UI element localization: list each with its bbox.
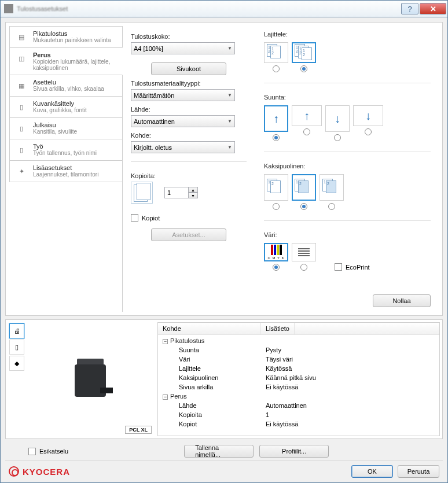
orientation-landscape[interactable]: ↑ [292, 105, 322, 141]
radio-icon [365, 128, 372, 135]
profiles-button[interactable]: Profiilit... [259, 445, 329, 458]
view-page-icon[interactable]: ▯ [9, 340, 24, 355]
sidebar-label: Kuvankäsittely [33, 100, 87, 107]
imaging-icon: ▯ [14, 100, 28, 114]
radio-icon [303, 128, 310, 135]
sidebar-sublabel: Työn tallennus, työn nimi [33, 150, 97, 156]
sidebar-sublabel: Kuva, grafiikka, fontit [33, 107, 87, 113]
media-type-label: Tulostusmateriaalityyppi: [131, 80, 247, 87]
table-row[interactable]: −Pikatulostus [158, 336, 439, 345]
lower-panel: 🖨 ▯ ◆ PCL XL Kohde Lisätieto −Pikatulost… [5, 319, 443, 439]
orientation-portrait-rot[interactable]: ↓ [325, 105, 350, 141]
sidebar-sublabel: Laajennukset, tilamonitori [33, 171, 98, 178]
table-row[interactable]: LähdeAutomaattinen [158, 401, 439, 410]
destination-dropdown[interactable]: Kirjoitt. oletus [131, 141, 235, 153]
copies-up[interactable]: ▲ [189, 187, 198, 193]
ecoprint-checkbox[interactable] [335, 263, 342, 271]
titlebar: Tulostusasetukset ? ✕ [0, 0, 448, 17]
cancel-button[interactable]: Peruuta [398, 465, 439, 478]
basic-icon: ◫ [14, 51, 28, 65]
table-row[interactable]: Sivua arkillaEi käytössä [158, 382, 439, 392]
pcl-badge: PCL XL [125, 426, 152, 434]
print-size-label: Tulostuskoko: [131, 33, 247, 40]
collate-settings-button[interactable]: Asetukset... [151, 228, 226, 241]
sidebar-sublabel: Sivua arkilla, vihko, skaalaa [33, 86, 104, 92]
sidebar-label: Työ [33, 143, 97, 150]
radio-icon [328, 203, 335, 210]
table-row[interactable]: SuuntaPysty [158, 345, 439, 355]
summary-body[interactable]: −PikatulostusSuuntaPystyVäriTäysi väriLa… [158, 335, 439, 436]
sidebar-sublabel: Kansitila, sivuliite [33, 128, 77, 135]
sidebar-label: Pikatulostus [33, 30, 111, 37]
orientation-landscape-rot[interactable]: ↓ [353, 105, 383, 141]
copies-input[interactable] [164, 187, 189, 198]
job-icon: ▯ [14, 143, 28, 157]
media-type-dropdown[interactable]: Määrittämätön [131, 89, 235, 101]
copies-label: Kopioita: [131, 172, 247, 179]
brand-logo: KYOCERA [9, 466, 70, 477]
table-row[interactable]: KopiotEi käytössä [158, 419, 439, 429]
duplex-long-edge[interactable]: 12 [292, 174, 316, 210]
color-full[interactable]: C M Y K [264, 243, 288, 271]
ecoprint-label: EcoPrint [346, 264, 370, 271]
sidebar-label: Perus [33, 51, 119, 58]
sidebar-item-lisaasetukset[interactable]: ✦ LisäasetuksetLaajennukset, tilamonitor… [9, 160, 123, 182]
radio-icon [334, 134, 341, 141]
orientation-portrait[interactable]: ↑ [264, 105, 288, 141]
preview-checkbox[interactable] [28, 448, 36, 455]
radio-icon [300, 203, 307, 210]
table-row[interactable]: VäriTäysi väri [158, 355, 439, 364]
page-sizes-button[interactable]: Sivukoot [151, 62, 226, 75]
reset-button[interactable]: Nollaa [373, 294, 431, 307]
quickprint-icon: ▤ [14, 30, 28, 44]
collate-checkbox[interactable] [131, 214, 138, 222]
sidebar-item-kuvankasittely[interactable]: ▯ KuvankäsittelyKuva, grafiikka, fontit [9, 96, 123, 118]
table-row[interactable]: −Perus [158, 392, 439, 401]
sort-option-1[interactable]: 1212 [264, 42, 288, 72]
sidebar-item-pikatulostus[interactable]: ▤ PikatulostusMukautetun painikkeen vali… [9, 26, 123, 48]
sort-option-2[interactable]: 121212 [292, 42, 316, 72]
sidebar-item-julkaisu[interactable]: ▯ JulkaisuKansitila, sivuliite [9, 117, 123, 139]
window-title: Tulostusasetukset [17, 5, 401, 12]
duplex-off[interactable]: 12 [264, 174, 288, 210]
advanced-icon: ✦ [14, 164, 28, 178]
source-dropdown[interactable]: Automaattinen [131, 115, 235, 127]
copies-down[interactable]: ▼ [189, 193, 198, 198]
col-kohde[interactable]: Kohde [158, 323, 261, 334]
radio-icon [300, 264, 307, 271]
copies-icon [131, 182, 153, 204]
settings-summary-table: Kohde Lisätieto −PikatulostusSuuntaPysty… [157, 322, 440, 436]
sidebar-sublabel: Mukautetun painikkeen valinta [33, 37, 111, 43]
brand-text: KYOCERA [23, 467, 70, 477]
print-size-dropdown[interactable]: A4 [100%] [131, 42, 235, 54]
kyocera-icon [9, 466, 19, 477]
close-button[interactable]: ✕ [420, 3, 446, 14]
sidebar: ▤ PikatulostusMukautetun painikkeen vali… [9, 26, 123, 312]
sidebar-label: Julkaisu [33, 121, 77, 128]
radio-icon [273, 264, 280, 271]
save-as-button[interactable]: Tallenna nimellä... [184, 445, 254, 458]
view-color-icon[interactable]: ◆ [9, 356, 24, 371]
help-button[interactable]: ? [401, 3, 418, 14]
sidebar-item-tyo[interactable]: ▯ TyöTyön tallennus, työn nimi [9, 139, 123, 161]
duplex-short-edge[interactable]: 12 [320, 174, 344, 210]
ok-button[interactable]: OK [351, 465, 393, 478]
sidebar-sublabel: Kopioiden lukumäärä, lajittele, kaksipuo… [33, 58, 119, 71]
main-panel: ▤ PikatulostusMukautetun painikkeen vali… [5, 22, 443, 316]
copies-spinner[interactable]: ▲ ▼ [164, 187, 198, 198]
sidebar-item-asettelu[interactable]: ▦ AsetteluSivua arkilla, vihko, skaalaa [9, 75, 123, 97]
cmyk-label: C M Y K [267, 256, 284, 260]
view-printer-icon[interactable]: 🖨 [9, 323, 24, 338]
col-lisatieto[interactable]: Lisätieto [261, 323, 295, 334]
table-row[interactable]: LajitteleKäytössä [158, 364, 439, 373]
printer-icon [4, 4, 13, 13]
color-mono[interactable] [292, 243, 316, 271]
publishing-icon: ▯ [14, 121, 28, 135]
table-row[interactable]: Kopioita1 [158, 410, 439, 419]
preview-checkbox-label: Esikatselu [39, 448, 68, 455]
sort-label: Lajittele: [264, 31, 431, 38]
collate-checkbox-label: Kopiot [142, 215, 160, 222]
orientation-label: Suunta: [264, 94, 431, 101]
sidebar-item-perus[interactable]: ◫ PerusKopioiden lukumäärä, lajittele, k… [9, 47, 123, 75]
table-row[interactable]: KaksipuolinenKäännä pitkä sivu [158, 373, 439, 382]
